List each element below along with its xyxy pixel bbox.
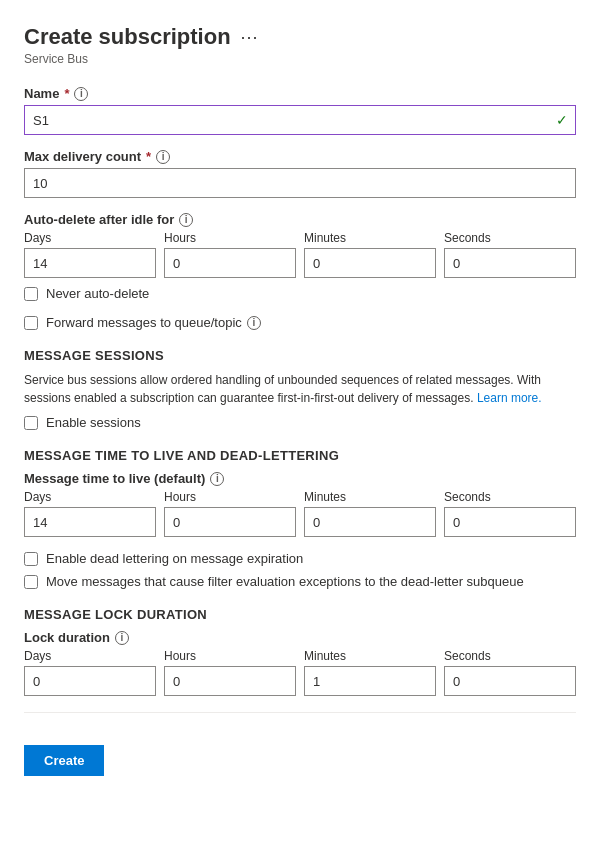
ttl-minutes-group: Minutes [304, 490, 436, 537]
auto-delete-seconds-input[interactable] [444, 248, 576, 278]
name-required-star: * [64, 86, 69, 101]
never-auto-delete-checkbox[interactable] [24, 287, 38, 301]
never-auto-delete-row: Never auto-delete [24, 286, 576, 301]
ttl-days-label: Days [24, 490, 156, 504]
auto-delete-seconds-group: Seconds [444, 231, 576, 278]
lock-days-group: Days [24, 649, 156, 696]
enable-sessions-checkbox[interactable] [24, 416, 38, 430]
filter-exceptions-row: Move messages that cause filter evaluati… [24, 574, 576, 589]
max-delivery-count-input[interactable] [24, 168, 576, 198]
name-field-group: Name * i ✓ [24, 86, 576, 135]
ellipsis-menu-button[interactable]: ··· [241, 27, 259, 48]
name-label: Name * i [24, 86, 576, 101]
create-button[interactable]: Create [24, 745, 104, 776]
max-delivery-info-icon[interactable]: i [156, 150, 170, 164]
dead-letter-expiration-label[interactable]: Enable dead lettering on message expirat… [46, 551, 303, 566]
auto-delete-field-group: Auto-delete after idle for i Days Hours … [24, 212, 576, 301]
lock-hours-label: Hours [164, 649, 296, 663]
lock-hours-group: Hours [164, 649, 296, 696]
lock-minutes-label: Minutes [304, 649, 436, 663]
auto-delete-days-label: Days [24, 231, 156, 245]
auto-delete-info-icon[interactable]: i [179, 213, 193, 227]
ttl-hours-group: Hours [164, 490, 296, 537]
ttl-minutes-input[interactable] [304, 507, 436, 537]
forward-messages-info-icon[interactable]: i [247, 316, 261, 330]
ttl-days-group: Days [24, 490, 156, 537]
message-ttl-field-group: Message time to live (default) i Days Ho… [24, 471, 576, 537]
bottom-divider [24, 712, 576, 713]
max-delivery-count-field-group: Max delivery count * i [24, 149, 576, 198]
auto-delete-minutes-input[interactable] [304, 248, 436, 278]
lock-days-label: Days [24, 649, 156, 663]
lock-hours-input[interactable] [164, 666, 296, 696]
dead-letter-expiration-checkbox[interactable] [24, 552, 38, 566]
auto-delete-label: Auto-delete after idle for i [24, 212, 576, 227]
max-delivery-required-star: * [146, 149, 151, 164]
page-title: Create subscription [24, 24, 231, 50]
never-auto-delete-label[interactable]: Never auto-delete [46, 286, 149, 301]
message-sessions-desc: Service bus sessions allow ordered handl… [24, 371, 576, 407]
name-input[interactable] [24, 105, 576, 135]
lock-seconds-input[interactable] [444, 666, 576, 696]
ttl-days-input[interactable] [24, 507, 156, 537]
ttl-seconds-input[interactable] [444, 507, 576, 537]
message-ttl-time-grid: Days Hours Minutes Seconds [24, 490, 576, 537]
auto-delete-minutes-group: Minutes [304, 231, 436, 278]
auto-delete-time-grid: Days Hours Minutes Seconds [24, 231, 576, 278]
message-sessions-learn-more[interactable]: Learn more. [477, 391, 542, 405]
lock-seconds-label: Seconds [444, 649, 576, 663]
lock-days-input[interactable] [24, 666, 156, 696]
ttl-seconds-group: Seconds [444, 490, 576, 537]
enable-sessions-row: Enable sessions [24, 415, 576, 430]
message-ttl-label: Message time to live (default) i [24, 471, 576, 486]
lock-minutes-input[interactable] [304, 666, 436, 696]
auto-delete-seconds-label: Seconds [444, 231, 576, 245]
name-checkmark-icon: ✓ [556, 112, 568, 128]
ttl-minutes-label: Minutes [304, 490, 436, 504]
lock-seconds-group: Seconds [444, 649, 576, 696]
auto-delete-minutes-label: Minutes [304, 231, 436, 245]
message-sessions-heading: MESSAGE SESSIONS [24, 348, 576, 363]
lock-minutes-group: Minutes [304, 649, 436, 696]
page-subtitle: Service Bus [24, 52, 576, 66]
auto-delete-days-group: Days [24, 231, 156, 278]
enable-sessions-label[interactable]: Enable sessions [46, 415, 141, 430]
dead-letter-expiration-row: Enable dead lettering on message expirat… [24, 551, 576, 566]
ttl-hours-label: Hours [164, 490, 296, 504]
ttl-seconds-label: Seconds [444, 490, 576, 504]
forward-messages-checkbox[interactable] [24, 316, 38, 330]
max-delivery-count-label: Max delivery count * i [24, 149, 576, 164]
auto-delete-days-input[interactable] [24, 248, 156, 278]
name-input-wrapper: ✓ [24, 105, 576, 135]
lock-duration-heading: MESSAGE LOCK DURATION [24, 607, 576, 622]
auto-delete-hours-group: Hours [164, 231, 296, 278]
lock-duration-label: Lock duration i [24, 630, 576, 645]
forward-messages-row: Forward messages to queue/topic i [24, 315, 576, 330]
message-ttl-info-icon[interactable]: i [210, 472, 224, 486]
filter-exceptions-label[interactable]: Move messages that cause filter evaluati… [46, 574, 524, 589]
filter-exceptions-checkbox[interactable] [24, 575, 38, 589]
lock-duration-info-icon[interactable]: i [115, 631, 129, 645]
ttl-hours-input[interactable] [164, 507, 296, 537]
lock-duration-field-group: Lock duration i Days Hours Minutes Secon… [24, 630, 576, 696]
lock-duration-time-grid: Days Hours Minutes Seconds [24, 649, 576, 696]
auto-delete-hours-label: Hours [164, 231, 296, 245]
auto-delete-hours-input[interactable] [164, 248, 296, 278]
forward-messages-label[interactable]: Forward messages to queue/topic i [46, 315, 261, 330]
page-container: Create subscription ··· Service Bus Name… [0, 0, 600, 816]
name-info-icon[interactable]: i [74, 87, 88, 101]
title-row: Create subscription ··· [24, 24, 576, 50]
message-ttl-heading: MESSAGE TIME TO LIVE AND DEAD-LETTERING [24, 448, 576, 463]
